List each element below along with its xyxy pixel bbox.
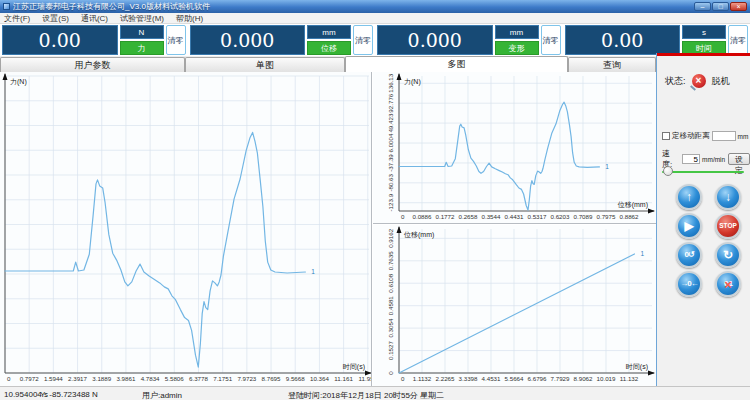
svg-text:0: 0 xyxy=(7,375,11,382)
svg-text:0.0886: 0.0886 xyxy=(413,213,432,220)
window-controls: – □ × xyxy=(694,2,747,11)
svg-text:11.161: 11.161 xyxy=(334,375,353,382)
svg-text:3.3398: 3.3398 xyxy=(459,375,478,382)
deformation-display: 0.000 mm 变形 清零 xyxy=(375,24,563,56)
menu-test-manage[interactable]: 试验管理(M) xyxy=(120,13,164,24)
tab-single-chart[interactable]: 单图 xyxy=(185,57,345,72)
menu-comm[interactable]: 通讯(C) xyxy=(81,13,108,24)
displacement-time-chart: 01.11322.22653.33984.45315.56646.67967.7… xyxy=(373,225,656,386)
svg-text:位移(mm): 位移(mm) xyxy=(618,201,648,209)
force-displacement-chart: 00.08860.17720.26580.35440.44310.53170.6… xyxy=(373,72,656,224)
svg-text:5.5806: 5.5806 xyxy=(165,375,184,382)
svg-text:2.3917: 2.3917 xyxy=(68,375,87,382)
svg-text:6.3778: 6.3778 xyxy=(189,375,208,382)
down-arrow-icon: ↓ xyxy=(725,191,731,203)
svg-text:7.1751: 7.1751 xyxy=(213,375,232,382)
limit-break-button[interactable]: 0 1 × xyxy=(715,271,741,297)
menu-file[interactable]: 文件(F) xyxy=(4,13,30,24)
deformation-value: 0.000 xyxy=(377,25,493,55)
slider-track xyxy=(662,171,744,173)
jog-button-grid: ↑ ↓ ▶ STOP 0↺ ↻ →0← 0 1 × xyxy=(676,184,741,297)
menu-bar: 文件(F) 设置(S) 通讯(C) 试验管理(M) 帮助(H) xyxy=(0,13,750,24)
tab-query[interactable]: 查询 xyxy=(568,57,656,72)
svg-text:1: 1 xyxy=(641,250,645,257)
svg-text:4.7834: 4.7834 xyxy=(141,375,160,382)
time-display: 0.00 s 时间 清零 xyxy=(563,24,750,56)
svg-text:9.5668: 9.5668 xyxy=(286,375,305,382)
fixed-distance-checkbox[interactable] xyxy=(662,132,670,140)
svg-text:5.5664: 5.5664 xyxy=(505,375,524,382)
deformation-clear-button[interactable]: 清零 xyxy=(541,25,561,55)
menu-help[interactable]: 帮助(H) xyxy=(176,13,203,24)
force-display: 0.00 N 力 清零 xyxy=(0,24,188,56)
svg-text:1: 1 xyxy=(605,163,609,170)
svg-text:1.1132: 1.1132 xyxy=(413,375,432,382)
minimize-icon[interactable]: – xyxy=(694,2,711,11)
tab-bar: 用户参数 单图 多图 查询 xyxy=(0,56,656,72)
close-icon[interactable]: × xyxy=(730,2,747,11)
window-title: 江苏正瑞泰邦电子科技有限公司_V3.0版材料试验机软件 xyxy=(13,1,210,12)
svg-text:7.9723: 7.9723 xyxy=(237,375,256,382)
down-button[interactable]: ↓ xyxy=(715,184,741,210)
speed-input[interactable] xyxy=(682,154,700,164)
up-button[interactable]: ↑ xyxy=(676,184,702,210)
svg-text:136.13: 136.13 xyxy=(387,73,394,92)
svg-text:位移(mm): 位移(mm) xyxy=(404,231,434,239)
displacement-unit: mm xyxy=(307,25,351,39)
zero-position-button[interactable]: →0← xyxy=(676,271,702,297)
svg-text:0.7975: 0.7975 xyxy=(597,213,616,220)
svg-text:0.3054: 0.3054 xyxy=(387,318,394,337)
svg-text:4.4531: 4.4531 xyxy=(482,375,501,382)
svg-text:时间(s): 时间(s) xyxy=(343,363,365,371)
svg-text:1: 1 xyxy=(311,268,315,275)
stop-button[interactable]: STOP xyxy=(715,213,741,239)
displacement-display: 0.000 mm 位移 清零 xyxy=(188,24,376,56)
svg-text:92.776: 92.776 xyxy=(387,93,394,112)
speed-slider[interactable] xyxy=(662,165,744,177)
tab-multi-chart[interactable]: 多图 xyxy=(345,56,568,72)
svg-text:0.4431: 0.4431 xyxy=(505,213,524,220)
svg-text:0.1527: 0.1527 xyxy=(387,341,394,360)
svg-text:-37.39: -37.39 xyxy=(387,154,394,172)
svg-text:0.6203: 0.6203 xyxy=(551,213,570,220)
deformation-unit: mm xyxy=(495,25,539,39)
cycle-button[interactable]: ↻ xyxy=(715,242,741,268)
set-speed-button[interactable]: 设定 xyxy=(728,153,750,165)
svg-text:0.4581: 0.4581 xyxy=(387,296,394,315)
time-value: 0.00 xyxy=(565,25,681,55)
up-arrow-icon: ↑ xyxy=(686,191,692,203)
force-value: 0.00 xyxy=(2,25,118,55)
svg-text:0.9162: 0.9162 xyxy=(387,228,394,247)
displacement-label: 位移 xyxy=(307,41,351,55)
slider-thumb[interactable] xyxy=(663,166,673,176)
svg-text:7.7929: 7.7929 xyxy=(551,375,570,382)
displacement-value: 0.000 xyxy=(190,25,306,55)
fixed-distance-label: 定移动距离 xyxy=(672,131,710,141)
fixed-distance-row: 定移动距离 mm xyxy=(662,131,750,141)
svg-text:力(N): 力(N) xyxy=(404,78,421,86)
app-window: 江苏正瑞泰邦电子科技有限公司_V3.0版材料试验机软件 – □ × 文件(F) … xyxy=(0,0,750,400)
displacement-clear-button[interactable]: 清零 xyxy=(353,25,373,55)
control-panel: 状态: × 脱机 定移动距离 mm 速度: mm/min 设定 ↑ xyxy=(656,53,750,400)
title-bar: 江苏正瑞泰邦电子科技有限公司_V3.0版材料试验机软件 – □ × xyxy=(0,0,750,13)
zero-position-icon: →0← xyxy=(680,278,697,290)
status-login-time: 登陆时间:2018年12月18日 20时55分 星期二 xyxy=(288,390,444,400)
maximize-icon[interactable]: □ xyxy=(712,2,729,11)
force-label: 力 xyxy=(120,41,164,55)
svg-text:0.7089: 0.7089 xyxy=(574,213,593,220)
return-zero-button[interactable]: 0↺ xyxy=(676,242,702,268)
time-clear-button[interactable]: 清零 xyxy=(728,25,748,55)
start-button[interactable]: ▶ xyxy=(676,213,702,239)
distance-input[interactable] xyxy=(712,131,736,141)
speed-unit-label: mm/min xyxy=(702,156,725,163)
svg-text:3.1889: 3.1889 xyxy=(92,375,111,382)
svg-text:10.364: 10.364 xyxy=(310,375,329,382)
svg-text:6.6796: 6.6796 xyxy=(528,375,547,382)
menu-settings[interactable]: 设置(S) xyxy=(42,13,69,24)
svg-text:8.9062: 8.9062 xyxy=(574,375,593,382)
tab-user-params[interactable]: 用户参数 xyxy=(0,57,185,72)
svg-text:0.6108: 0.6108 xyxy=(387,273,394,292)
svg-text:0: 0 xyxy=(401,213,405,220)
charts-area: 00.79721.59442.39173.18893.98614.78345.5… xyxy=(0,72,657,386)
force-clear-button[interactable]: 清零 xyxy=(166,25,186,55)
